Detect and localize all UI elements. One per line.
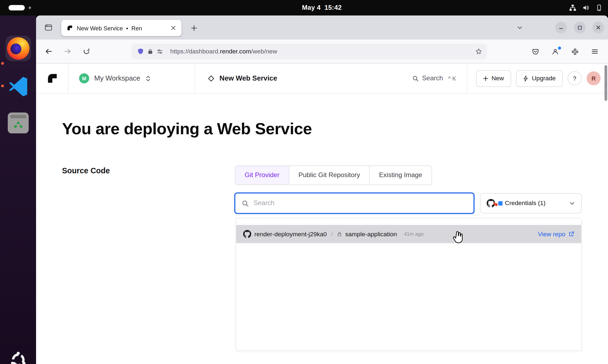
render-favicon: [67, 25, 73, 31]
vscode-running-indicator: [1, 85, 4, 87]
new-tab-button[interactable]: [187, 22, 201, 34]
source-code-label: Source Code: [62, 166, 110, 175]
vscode-icon: [8, 75, 28, 96]
render-header: M My Workspace New Web Service: [36, 63, 608, 93]
bitbucket-icon: [497, 200, 503, 206]
search-icon: [242, 200, 249, 207]
tab-git-provider[interactable]: Git Provider: [235, 166, 289, 185]
pocket-button[interactable]: [529, 44, 542, 58]
user-initial: R: [591, 75, 596, 82]
credentials-label: Credentials (1): [505, 200, 565, 207]
dock-item-ubuntu[interactable]: [8, 350, 28, 364]
private-lock-icon: [337, 232, 342, 237]
system-top-bar: May 4 15:42: [0, 0, 608, 15]
tab-title: New Web Service • Ren: [77, 25, 164, 31]
upgrade-button[interactable]: Upgrade: [516, 70, 563, 87]
global-search-button[interactable]: Search ^ K: [412, 63, 467, 93]
system-tray[interactable]: [569, 0, 603, 15]
account-button[interactable]: [548, 44, 562, 58]
close-window-button[interactable]: [593, 22, 604, 33]
dock-item-vscode[interactable]: [6, 74, 30, 98]
repo-search-input[interactable]: [254, 199, 467, 207]
workspace-selector[interactable]: M My Workspace: [69, 63, 195, 93]
upgrade-button-label: Upgrade: [532, 75, 556, 82]
browser-window: New Web Service • Ren: [36, 15, 608, 364]
desktop: May 4 15:42: [0, 0, 608, 364]
navigation-bar: https://dashboard.render.com/web/new: [36, 40, 608, 64]
repo-search-box: [234, 192, 475, 214]
tab-existing-image[interactable]: Existing Image: [370, 166, 431, 185]
global-search-label: Search: [422, 75, 443, 82]
new-button-label: New: [491, 75, 504, 82]
render-dashboard-page: M My Workspace New Web Service: [36, 63, 608, 364]
bookmark-star-icon[interactable]: [475, 48, 482, 55]
help-button[interactable]: ?: [568, 71, 581, 85]
chevron-updown-icon: [145, 75, 151, 82]
extensions-button[interactable]: [568, 44, 582, 58]
repo-updated-time: 41m ago: [404, 231, 423, 237]
lightning-icon: [523, 75, 528, 82]
activities-pill[interactable]: [8, 5, 25, 11]
chevron-down-icon: [569, 200, 575, 206]
url-prefix: https://dashboard.: [170, 48, 220, 55]
volume-icon: [583, 4, 590, 11]
repo-list-panel: render-deployment-j29ka0 / sample-applic…: [236, 218, 581, 351]
back-button[interactable]: [41, 44, 55, 58]
header-actions: New Upgrade ? R: [467, 63, 608, 93]
view-repo-label: View repo: [538, 231, 565, 238]
maximize-button[interactable]: [574, 22, 585, 33]
page-title: New Web Service: [219, 74, 277, 82]
battery-icon: [596, 4, 603, 11]
page-title-group: New Web Service: [195, 63, 412, 93]
render-logo[interactable]: [36, 63, 69, 93]
firefox-view-button[interactable]: [41, 22, 55, 33]
dock: [0, 15, 36, 364]
external-link-icon: [568, 231, 574, 237]
notification-dot: [29, 7, 31, 9]
source-type-tabs: Git Provider Public Git Repository Exist…: [235, 166, 432, 185]
tracking-protection-shield-icon[interactable]: [137, 48, 144, 55]
credential-provider-icons: [487, 199, 500, 207]
toolbar-icons: [529, 44, 603, 58]
credentials-dropdown[interactable]: Credentials (1): [480, 193, 582, 213]
search-icon: [412, 75, 418, 82]
workspace-avatar: M: [79, 73, 89, 83]
service-diamond-icon: [208, 75, 214, 82]
browser-tab[interactable]: New Web Service • Ren: [61, 20, 181, 36]
search-shortcut: ^ K: [448, 75, 456, 82]
new-button[interactable]: New: [476, 70, 511, 87]
repo-separator: /: [330, 231, 334, 238]
workspace-name: My Workspace: [94, 74, 140, 82]
github-icon: [243, 230, 251, 238]
view-repo-link[interactable]: View repo: [538, 231, 574, 238]
url-text: https://dashboard.render.com/web/new: [170, 48, 472, 55]
firefox-running-indicator: [1, 62, 4, 65]
repo-name: sample-application: [345, 231, 397, 238]
repo-row[interactable]: render-deployment-j29ka0 / sample-applic…: [236, 225, 581, 243]
repo-owner: render-deployment-j29ka0: [254, 231, 327, 238]
network-icon: [569, 4, 576, 11]
tab-bar: New Web Service • Ren: [36, 15, 608, 40]
url-path: /web/new: [251, 48, 277, 55]
minimize-button[interactable]: [555, 22, 567, 33]
account-notification-dot: [558, 46, 561, 49]
tab-close-button[interactable]: [168, 23, 178, 33]
dock-item-trash[interactable]: [7, 112, 29, 134]
list-all-tabs-button[interactable]: [514, 22, 525, 33]
user-avatar[interactable]: R: [587, 71, 600, 85]
permissions-icon[interactable]: [157, 48, 163, 55]
system-clock[interactable]: May 4 15:42: [36, 0, 608, 15]
lock-icon[interactable]: [147, 49, 153, 54]
scrollbar-thumb[interactable]: [604, 65, 607, 101]
tab-public-git-repository[interactable]: Public Git Repository: [289, 166, 370, 185]
forward-button[interactable]: [60, 44, 74, 58]
menu-hamburger-button[interactable]: [588, 44, 602, 58]
help-label: ?: [573, 75, 576, 82]
url-domain: render.com: [220, 48, 251, 55]
trash-icon: [8, 113, 28, 133]
url-bar[interactable]: https://dashboard.render.com/web/new: [132, 44, 487, 59]
dock-item-firefox[interactable]: [5, 36, 31, 61]
plus-icon: [483, 76, 488, 81]
window-controls: [514, 15, 604, 40]
reload-button[interactable]: [79, 44, 93, 58]
